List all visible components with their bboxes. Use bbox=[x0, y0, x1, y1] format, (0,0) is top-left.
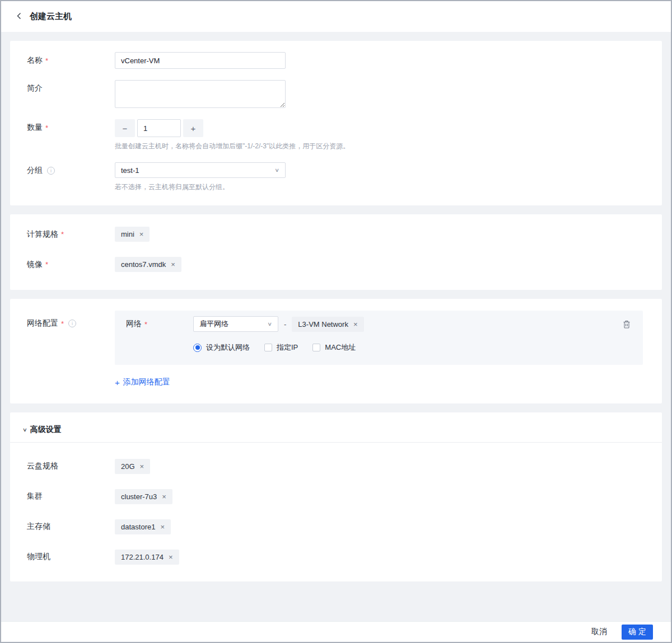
default-network-label: 设为默认网络 bbox=[206, 342, 250, 353]
confirm-button[interactable]: 确 定 bbox=[622, 625, 653, 640]
page-header: 创建云主机 bbox=[1, 1, 671, 32]
delete-network-button[interactable] bbox=[623, 320, 631, 330]
compute-spec-tag: mini × bbox=[115, 227, 150, 242]
name-label: 名称* bbox=[27, 55, 115, 65]
close-icon[interactable]: × bbox=[140, 463, 144, 470]
cluster-tag: cluster-7u3 × bbox=[115, 489, 172, 504]
advanced-settings-title: 高级设置 bbox=[30, 425, 62, 435]
close-icon[interactable]: × bbox=[171, 261, 175, 268]
assign-ip-checkbox[interactable]: 指定IP bbox=[264, 342, 298, 353]
disk-spec-row: 云盘规格 20G × bbox=[10, 459, 662, 474]
required-mark: * bbox=[61, 230, 64, 238]
compute-spec-label: 计算规格* bbox=[27, 229, 115, 240]
page-title: 创建云主机 bbox=[30, 11, 72, 22]
required-mark: * bbox=[45, 260, 48, 269]
network-tag: L3-VM Network × bbox=[292, 317, 363, 332]
assign-ip-label: 指定IP bbox=[277, 342, 298, 353]
close-icon[interactable]: × bbox=[162, 493, 166, 500]
network-type-select[interactable]: 扁平网络 ∨ bbox=[193, 316, 278, 332]
quantity-stepper: − + bbox=[115, 119, 349, 137]
physical-host-label: 物理机 bbox=[27, 552, 115, 562]
increment-button[interactable]: + bbox=[183, 119, 203, 137]
close-icon[interactable]: × bbox=[353, 321, 358, 328]
trash-icon bbox=[623, 322, 631, 330]
mac-address-label: MAC地址 bbox=[325, 342, 356, 353]
quantity-input[interactable] bbox=[137, 119, 181, 137]
close-icon[interactable]: × bbox=[139, 231, 144, 238]
network-card: 网络配置* i 网络* 扁平网络 ∨ - L3-VM Network × bbox=[10, 299, 662, 403]
separator: - bbox=[284, 320, 286, 328]
close-icon[interactable]: × bbox=[160, 523, 165, 531]
required-mark: * bbox=[45, 124, 48, 132]
group-row: 分组 i test-1 ∨ 若不选择，云主机将归属至默认分组。 bbox=[10, 162, 662, 192]
count-label: 数量* bbox=[27, 119, 115, 133]
network-type-value: 扁平网络 bbox=[199, 319, 228, 329]
radio-on-icon bbox=[193, 344, 202, 352]
group-hint: 若不选择，云主机将归属至默认分组。 bbox=[115, 182, 286, 192]
intro-row: 简介 bbox=[10, 80, 662, 108]
info-icon[interactable]: i bbox=[68, 320, 76, 327]
plus-icon: + bbox=[115, 378, 120, 387]
info-icon[interactable]: i bbox=[47, 167, 55, 175]
required-mark: * bbox=[61, 320, 64, 328]
add-network-config-label: 添加网络配置 bbox=[123, 377, 170, 387]
chevron-down-icon: ∨ bbox=[22, 426, 27, 433]
back-button[interactable] bbox=[16, 12, 22, 21]
group-select-value: test-1 bbox=[121, 166, 139, 175]
add-network-config-link[interactable]: + 添加网络配置 bbox=[115, 377, 170, 387]
image-label: 镜像* bbox=[27, 260, 115, 270]
checkbox-off-icon bbox=[312, 344, 320, 351]
footer-bar: 取消 确 定 bbox=[1, 621, 671, 642]
chevron-down-icon: ∨ bbox=[274, 167, 279, 173]
name-input[interactable] bbox=[115, 52, 286, 69]
intro-textarea[interactable] bbox=[115, 80, 286, 108]
group-select[interactable]: test-1 ∨ bbox=[115, 162, 286, 178]
required-mark: * bbox=[144, 320, 147, 328]
advanced-settings-card: ∨ 高级设置 云盘规格 20G × 集群 cluster-7u3 × 主存储 bbox=[10, 412, 662, 581]
cluster-row: 集群 cluster-7u3 × bbox=[10, 489, 662, 504]
intro-label: 简介 bbox=[27, 80, 115, 93]
physical-host-row: 物理机 172.21.0.174 × bbox=[10, 550, 662, 565]
cluster-label: 集群 bbox=[27, 491, 115, 501]
advanced-settings-toggle[interactable]: ∨ 高级设置 bbox=[10, 420, 662, 443]
chevron-left-icon bbox=[16, 12, 22, 21]
minus-icon: − bbox=[123, 124, 128, 133]
compute-spec-row: 计算规格* mini × bbox=[10, 227, 662, 242]
spec-card: 计算规格* mini × 镜像* centos7.vmdk × bbox=[10, 214, 662, 290]
primary-storage-label: 主存储 bbox=[27, 522, 115, 532]
close-icon[interactable]: × bbox=[169, 553, 173, 561]
network-options-row: 设为默认网络 指定IP MAC地址 bbox=[193, 342, 632, 353]
required-mark: * bbox=[45, 57, 48, 65]
count-row: 数量* − + 批量创建云主机时，名称将会自动增加后缀"-1/-2/-3"以此类… bbox=[10, 119, 662, 151]
disk-spec-tag: 20G × bbox=[115, 459, 150, 474]
group-label: 分组 i bbox=[27, 162, 115, 176]
cancel-button[interactable]: 取消 bbox=[591, 627, 607, 637]
network-label: 网络* bbox=[126, 319, 193, 329]
basic-info-card: 名称* 简介 数量* − + bbox=[10, 41, 662, 205]
network-config-panel: 网络* 扁平网络 ∨ - L3-VM Network × bbox=[115, 311, 643, 365]
disk-spec-label: 云盘规格 bbox=[27, 461, 115, 471]
name-row: 名称* bbox=[10, 52, 662, 69]
network-config-label: 网络配置* i bbox=[10, 311, 115, 328]
primary-storage-tag: datastore1 × bbox=[115, 519, 171, 534]
image-tag: centos7.vmdk × bbox=[115, 257, 181, 272]
network-row: 网络* 扁平网络 ∨ - L3-VM Network × bbox=[126, 316, 632, 332]
group-control-col: test-1 ∨ 若不选择，云主机将归属至默认分组。 bbox=[115, 162, 286, 192]
plus-icon: + bbox=[191, 124, 196, 133]
decrement-button[interactable]: − bbox=[115, 119, 135, 137]
checkbox-off-icon bbox=[264, 344, 272, 351]
mac-address-checkbox[interactable]: MAC地址 bbox=[312, 342, 356, 353]
default-network-radio[interactable]: 设为默认网络 bbox=[193, 342, 250, 353]
image-row: 镜像* centos7.vmdk × bbox=[10, 257, 662, 272]
primary-storage-row: 主存储 datastore1 × bbox=[10, 519, 662, 534]
count-control-col: − + 批量创建云主机时，名称将会自动增加后缀"-1/-2/-3"以此类推，用于… bbox=[115, 119, 349, 151]
form-content: 名称* 简介 数量* − + bbox=[1, 32, 671, 581]
count-hint: 批量创建云主机时，名称将会自动增加后缀"-1/-2/-3"以此类推，用于区分资源… bbox=[115, 142, 349, 151]
physical-host-tag: 172.21.0.174 × bbox=[115, 550, 179, 565]
chevron-down-icon: ∨ bbox=[267, 321, 272, 327]
